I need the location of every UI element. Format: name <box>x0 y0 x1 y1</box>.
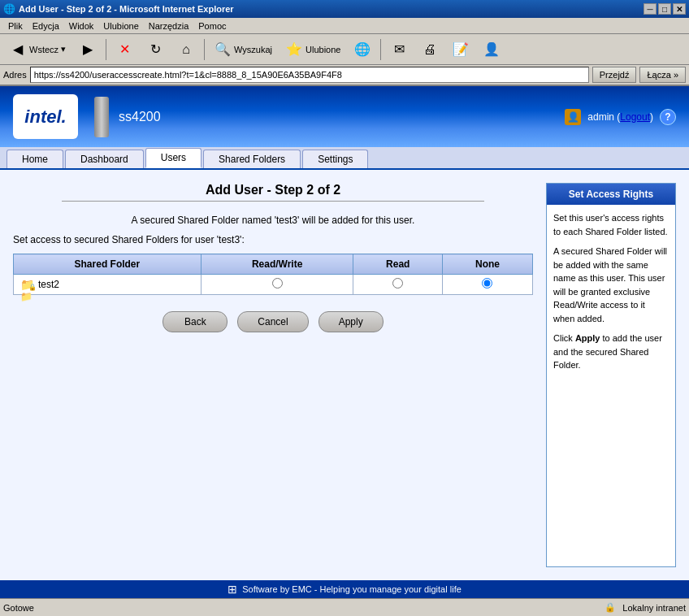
menu-edit[interactable]: Edycja <box>28 20 64 33</box>
status-bar: Gotowe 🔒 Lokalny intranet <box>0 598 689 616</box>
apply-button[interactable]: Apply <box>318 311 384 332</box>
edit-button[interactable]: 📝 <box>446 37 475 62</box>
address-input[interactable] <box>30 67 589 83</box>
radio-read-write-cell <box>201 275 353 295</box>
help-button[interactable]: ? <box>660 109 676 125</box>
footer-icon: ⊞ <box>228 583 237 596</box>
sidebar: Set Access Rights Set this user's access… <box>546 183 676 567</box>
star-icon: ⭐ <box>285 41 303 59</box>
maximize-button[interactable]: □ <box>658 3 671 15</box>
address-label: Adres <box>3 70 27 80</box>
cancel-button[interactable]: Cancel <box>237 311 308 332</box>
search-label: Wyszukaj <box>234 45 272 54</box>
go-button[interactable]: Przejdź <box>592 67 637 83</box>
device-name: ss4200 <box>119 110 161 124</box>
info-text: A secured Shared Folder named 'test3' wi… <box>13 215 533 226</box>
page-footer: ⊞ Software by EMC - Helping you manage y… <box>0 580 689 598</box>
col-none: None <box>442 254 532 275</box>
menu-file[interactable]: Plik <box>3 20 28 33</box>
ie-icon: 🌐 <box>3 3 15 15</box>
sidebar-para1: Set this user's access rights to each Sh… <box>553 211 669 238</box>
access-table: Shared Folder Read/Write Read None <box>13 254 533 295</box>
zone-text: Lokalny intranet <box>622 603 686 613</box>
title-bar: 🌐 Add User - Step 2 of 2 - Microsoft Int… <box>0 0 689 18</box>
user-icon: 👤 <box>565 109 581 125</box>
refresh-icon: ↻ <box>146 41 164 59</box>
apply-hint: Apply <box>575 333 600 343</box>
forward-icon: ▶ <box>79 41 97 59</box>
radio-read-write[interactable] <box>272 278 283 288</box>
folder-icon: 📁🔒 <box>20 278 35 291</box>
status-right: 🔒 Lokalny intranet <box>601 602 686 613</box>
toolbar-separator-3 <box>380 39 381 60</box>
menu-favorites[interactable]: Ulubione <box>98 20 143 33</box>
radio-none[interactable] <box>482 278 492 288</box>
intel-header: intel. ss4200 👤 admin (Logout) ? <box>0 86 689 147</box>
close-button[interactable]: ✕ <box>673 3 686 15</box>
messenger-button[interactable]: 👤 <box>477 37 506 62</box>
menu-tools[interactable]: Narzędzia <box>144 20 194 33</box>
stop-icon: ✕ <box>115 41 133 59</box>
window-controls: ─ □ ✕ <box>644 3 686 15</box>
radio-read[interactable] <box>392 278 403 288</box>
menu-bar: Plik Edycja Widok Ulubione Narzędzia Pom… <box>0 18 689 34</box>
back-button[interactable]: ◀ Wstecz ▾ <box>3 37 72 62</box>
mail-icon: ✉ <box>390 41 408 59</box>
folder-cell: 📁🔒 test2 <box>14 275 202 295</box>
sidebar-body: Set this user's access rights to each Sh… <box>547 205 675 379</box>
page-body: Add User - Step 2 of 2 A secured Shared … <box>0 170 689 580</box>
main-content: intel. ss4200 👤 admin (Logout) ? Home Da… <box>0 86 689 598</box>
back-icon: ◀ <box>9 41 27 59</box>
media-button[interactable]: 🌐 <box>348 37 377 62</box>
logo-text: intel. <box>24 106 66 128</box>
print-button[interactable]: 🖨 <box>415 37 444 62</box>
table-row: 📁🔒 test2 <box>14 275 533 295</box>
stop-button[interactable]: ✕ <box>110 37 139 62</box>
footer-text: Software by EMC - Helping you manage you… <box>242 584 462 594</box>
page-main: Add User - Step 2 of 2 A secured Shared … <box>13 183 533 567</box>
back-dropdown-icon[interactable]: ▾ <box>61 44 66 54</box>
tab-dashboard[interactable]: Dashboard <box>65 150 144 168</box>
header-right: 👤 admin (Logout) ? <box>565 109 676 125</box>
messenger-icon: 👤 <box>483 41 500 59</box>
menu-help[interactable]: Pomoc <box>193 20 231 33</box>
logout-link[interactable]: Logout <box>620 111 650 123</box>
edit-icon: 📝 <box>452 41 470 59</box>
favorites-button[interactable]: ⭐ Ulubione <box>280 37 346 62</box>
menu-view[interactable]: Widok <box>64 20 99 33</box>
radio-none-cell <box>442 275 532 295</box>
home-button[interactable]: ⌂ <box>171 37 201 62</box>
media-icon: 🌐 <box>353 41 371 59</box>
tab-users[interactable]: Users <box>145 148 202 168</box>
sidebar-para3: Click Apply to add the user and the secu… <box>553 332 669 372</box>
forward-button[interactable]: ▶ <box>73 37 102 62</box>
col-read: Read <box>353 254 442 275</box>
toolbar-separator-1 <box>106 39 106 60</box>
window-title: Add User - Step 2 of 2 - Microsoft Inter… <box>19 4 234 14</box>
status-text: Gotowe <box>3 603 601 613</box>
mail-button[interactable]: ✉ <box>384 37 414 62</box>
search-icon: 🔍 <box>214 41 232 59</box>
toolbar: ◀ Wstecz ▾ ▶ ✕ ↻ ⌂ 🔍 Wyszukaj ⭐ Ulubione… <box>0 34 689 65</box>
folder-name: test2 <box>38 279 59 290</box>
home-icon: ⌂ <box>177 41 195 59</box>
print-icon: 🖨 <box>421 41 439 59</box>
minimize-button[interactable]: ─ <box>644 3 656 15</box>
links-button[interactable]: Łącza » <box>639 67 686 83</box>
sidebar-title: Set Access Rights <box>547 184 675 205</box>
tab-home[interactable]: Home <box>6 150 63 168</box>
page-divider <box>62 201 484 202</box>
col-shared-folder: Shared Folder <box>14 254 202 275</box>
sidebar-para2: A secured Shared Folder will be added wi… <box>553 245 669 325</box>
set-text: Set access to secured Shared Folders for… <box>13 234 533 245</box>
favorites-label: Ulubione <box>306 45 340 54</box>
col-read-write: Read/Write <box>201 254 353 275</box>
search-button[interactable]: 🔍 Wyszukaj <box>208 37 278 62</box>
tab-shared-folders[interactable]: Shared Folders <box>203 150 301 168</box>
back-action-button[interactable]: Back <box>162 311 228 332</box>
radio-read-cell <box>353 275 442 295</box>
tab-settings[interactable]: Settings <box>302 150 368 168</box>
refresh-button[interactable]: ↻ <box>141 37 170 62</box>
toolbar-separator-2 <box>204 39 205 60</box>
page-title: Add User - Step 2 of 2 <box>13 183 533 197</box>
